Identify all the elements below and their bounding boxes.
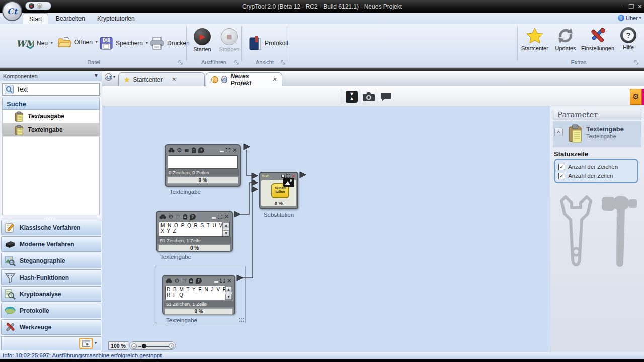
datei-dialog-launcher[interactable] (178, 60, 183, 65)
category-protokolle[interactable]: Protokolle (1, 303, 101, 318)
tab-startcenter[interactable]: ★ Startcenter ✕ (118, 72, 205, 86)
tab-close-icon[interactable]: ✕ (172, 77, 176, 82)
einstellungen-button[interactable]: Einstellungen (580, 27, 616, 51)
panel-view-button[interactable] (79, 338, 93, 349)
workspace-canvas[interactable]: ⚙ ≡ ? ✕ 0 Zeichen, 0 Zeilen 0 % Texteing… (102, 106, 550, 352)
tab-neues-projekt[interactable]: ❙❙ Ct Neues Projekt ✕ (206, 72, 282, 86)
canvas-settings-button[interactable]: ⚙ (630, 89, 642, 105)
speichern-button[interactable]: Speichern ▾ (97, 35, 151, 51)
quick-play-button[interactable]: ▶ (29, 3, 34, 9)
node-scrollbar[interactable]: ▲▼ (222, 222, 229, 236)
node-maximize-icon[interactable] (286, 174, 290, 178)
quick-stop-button[interactable]: ■ (37, 3, 42, 9)
app-logo-button[interactable]: Ct (2, 1, 22, 21)
zoom-out-button[interactable]: – (131, 343, 137, 349)
node-texteingabe-2[interactable]: ⚙ ≡ ? ✕ M N O P Q R S T U V WX Y Z ▲▼ 51… (156, 211, 233, 252)
node-scrollbar[interactable]: ▲▼ (225, 286, 232, 300)
zoom-slider[interactable]: – + (129, 341, 176, 350)
ausfuehren-dialog-launcher[interactable] (234, 60, 239, 65)
minimize-button[interactable]: – (618, 3, 626, 10)
help-icon[interactable]: ? (196, 278, 202, 284)
ansicht-dialog-launcher[interactable] (281, 60, 286, 65)
binoculars-icon[interactable] (166, 278, 172, 283)
category-steganographie[interactable]: Steganographie (1, 253, 101, 268)
node-maximize-icon[interactable] (220, 279, 225, 283)
node-titlebar: ⚙ ≡ ? ✕ (157, 212, 232, 221)
fit-to-screen-button[interactable]: ▼▲ (345, 89, 359, 103)
binoculars-icon[interactable] (159, 214, 166, 219)
category-werkzeuge[interactable]: Werkzeuge (1, 319, 101, 335)
category-klassische-verfahren[interactable]: Klassische Verfahren (1, 220, 101, 235)
caret-down-icon[interactable]: ▾ (95, 341, 97, 345)
tab-start[interactable]: Start (23, 13, 48, 24)
result-rest: ausgabe (40, 113, 64, 120)
binoculars-icon[interactable] (168, 148, 175, 153)
node-texteingabe-1[interactable]: ⚙ ≡ ? ✕ 0 Zeichen, 0 Zeilen 0 % (165, 144, 241, 187)
text-input-area[interactable] (168, 155, 238, 169)
einstellungen-label: Einstellungen (581, 45, 614, 51)
scroll-down-icon[interactable]: ▼ (225, 294, 232, 300)
scroll-down-icon[interactable]: ▼ (223, 230, 229, 236)
gear-icon[interactable]: ⚙ (168, 214, 174, 220)
category-moderne-verfahren[interactable]: Moderne Verfahren (1, 236, 101, 252)
clipboard-icon[interactable] (191, 147, 196, 153)
menu-icon[interactable]: ≡ (184, 147, 189, 153)
text-input-area[interactable]: M N O P Q R S T U V WX Y Z ▲▼ (159, 222, 230, 237)
collapse-button[interactable]: ^ (554, 128, 563, 136)
category-kryptoanalyse[interactable]: Kryptoanalyse (1, 286, 101, 302)
startcenter-button[interactable]: Startcenter (519, 27, 550, 51)
sidebar-header[interactable]: Komponenten ▼ (0, 71, 102, 81)
window-title: CrypTool 2.0 (Beta 12 - RC2 - Build 6121… (0, 3, 644, 10)
node-close-icon[interactable]: ✕ (227, 278, 232, 284)
stoppen-button[interactable]: ■ Stoppen (216, 28, 243, 52)
zoom-slider-handle[interactable] (142, 344, 146, 348)
list-item-texteingabe[interactable]: Texteingabe (3, 123, 99, 137)
node-maximize-icon[interactable] (226, 148, 230, 152)
extras-dialog-launcher[interactable] (634, 60, 639, 65)
screenshot-button[interactable] (362, 89, 376, 103)
clipboard-icon[interactable] (189, 278, 194, 284)
scroll-up-icon[interactable]: ▲ (225, 286, 232, 292)
starten-button[interactable]: ▶ Starten (189, 28, 215, 52)
tab-bearbeiten[interactable]: Bearbeiten (50, 13, 91, 24)
node-minimize-icon[interactable] (220, 151, 224, 152)
scroll-up-icon[interactable]: ▲ (223, 222, 229, 228)
node-substitution[interactable]: Sub... ✕ Substi tution 0 % (259, 172, 298, 209)
help-icon[interactable]: ? (198, 147, 204, 153)
comment-button[interactable] (379, 89, 393, 103)
node-close-icon[interactable]: ✕ (232, 147, 237, 153)
menu-icon[interactable]: ≡ (182, 278, 187, 284)
tab-kryptotutorien[interactable]: Kryptotutorien (91, 13, 141, 24)
node-minimize-icon[interactable] (281, 175, 285, 178)
category-hash-funktionen[interactable]: Hash-Funktionen (1, 269, 101, 285)
checkbox-checked-icon[interactable]: ✓ (558, 173, 565, 179)
help-icon[interactable]: ? (190, 214, 196, 220)
workspace-menu-button[interactable]: Ct ▾ (105, 73, 115, 81)
close-button[interactable]: ✕ (636, 3, 644, 10)
about-button[interactable]: i Über ▾ (618, 15, 641, 21)
hilfe-button[interactable]: ? Hilfe (617, 27, 640, 50)
oeffnen-button[interactable]: Öffnen ▾ (54, 35, 101, 49)
node-minimize-icon[interactable] (212, 217, 216, 219)
text-input-area[interactable]: D B M T Y E N J V P O TR F Q ▲▼ (165, 286, 232, 300)
clipboard-icon[interactable] (183, 214, 188, 220)
updates-button[interactable]: Updates (552, 27, 579, 51)
gear-icon[interactable]: ⚙ (174, 278, 180, 284)
gear-icon[interactable]: ⚙ (177, 147, 182, 153)
checkbox-row-anzahl-zeilen[interactable]: ✓ Anzahl der Zeilen (558, 171, 637, 180)
resize-grip[interactable] (239, 318, 245, 322)
node-close-icon[interactable]: ✕ (224, 214, 229, 220)
component-search-input[interactable]: Text (2, 83, 100, 96)
checkbox-row-anzahl-zeichen[interactable]: ✓ Anzahl der Zeichen (558, 162, 637, 171)
protokoll-button[interactable]: Protokoll (246, 34, 291, 52)
neu-button[interactable]: WM Neu ▾ (13, 35, 56, 51)
checkbox-checked-icon[interactable]: ✓ (558, 164, 565, 170)
node-minimize-icon[interactable] (214, 281, 218, 283)
menu-icon[interactable]: ≡ (176, 214, 181, 220)
zoom-in-button[interactable]: + (169, 343, 174, 349)
list-item-textausgabe[interactable]: Textausgabe (3, 110, 99, 123)
node-maximize-icon[interactable] (218, 215, 222, 219)
node-texteingabe-3[interactable]: ⚙ ≡ ? ✕ D B M T Y E N J V P O TR F Q ▲▼ … (162, 275, 235, 315)
maximize-button[interactable]: ❐ (627, 3, 635, 10)
tab-close-icon[interactable]: ✕ (272, 77, 277, 82)
